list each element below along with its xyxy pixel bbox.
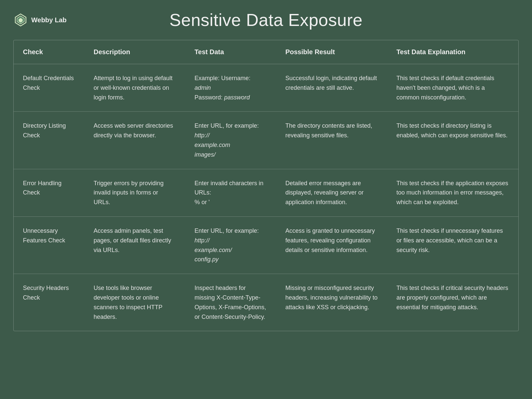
header-result: Possible Result [276, 40, 387, 64]
cell-explanation: This test checks if directory listing is… [387, 112, 518, 169]
table-row: Security Headers CheckUse tools like bro… [14, 274, 518, 331]
cell-check: Error Handling Check [14, 169, 84, 216]
cell-testdata: Example: Username: adminPassword: passwo… [185, 64, 276, 112]
cell-result: Successful login, indicating default cre… [276, 64, 387, 112]
cell-explanation: This test checks if the application expo… [387, 169, 518, 216]
cell-explanation: This test checks if critical security he… [387, 274, 518, 331]
data-table: Check Description Test Data Possible Res… [14, 40, 518, 331]
cell-result: Missing or misconfigured security header… [276, 274, 387, 331]
header-testdata: Test Data [185, 40, 276, 64]
table-row: Error Handling CheckTrigger errors by pr… [14, 169, 518, 216]
cell-testdata: Enter URL, for example: http://example.c… [185, 216, 276, 274]
cell-testdata: Inspect headers for missing X-Content-Ty… [185, 274, 276, 331]
cell-description: Access admin panels, test pages, or defa… [84, 216, 186, 274]
cell-result: Detailed error messages are displayed, r… [276, 169, 387, 216]
header-check: Check [14, 40, 84, 64]
cell-check: Default Credentials Check [14, 64, 84, 112]
logo-icon [13, 13, 28, 27]
cell-description: Use tools like browser developer tools o… [84, 274, 186, 331]
cell-testdata: Enter URL, for example: http://example.c… [185, 112, 276, 169]
cell-result: Access is granted to unnecessary feature… [276, 216, 387, 274]
header-explanation: Test Data Explanation [387, 40, 518, 64]
cell-description: Trigger errors by providing invalid inpu… [84, 169, 186, 216]
cell-result: The directory contents are listed, revea… [276, 112, 387, 169]
cell-explanation: This test checks if unnecessary features… [387, 216, 518, 274]
cell-check: Directory Listing Check [14, 112, 84, 169]
page-title: Sensitive Data Exposure [170, 10, 363, 30]
header-description: Description [84, 40, 186, 64]
table-row: Directory Listing CheckAccess web server… [14, 112, 518, 169]
cell-check: Unnecessary Features Check [14, 216, 84, 274]
cell-check: Security Headers Check [14, 274, 84, 331]
cell-description: Access web server directories directly v… [84, 112, 186, 169]
table-header-row: Check Description Test Data Possible Res… [14, 40, 518, 64]
table-row: Default Credentials CheckAttempt to log … [14, 64, 518, 112]
table-row: Unnecessary Features CheckAccess admin p… [14, 216, 518, 274]
main-table-container: Check Description Test Data Possible Res… [13, 40, 519, 331]
cell-testdata: Enter invalid characters in URLs:% or ' [185, 169, 276, 216]
cell-description: Attempt to log in using default or well-… [84, 64, 186, 112]
logo-label: Webby Lab [31, 16, 66, 24]
logo: Webby Lab [13, 13, 66, 27]
cell-explanation: This test checks if default credentials … [387, 64, 518, 112]
page-header: Webby Lab Sensitive Data Exposure [13, 10, 519, 30]
